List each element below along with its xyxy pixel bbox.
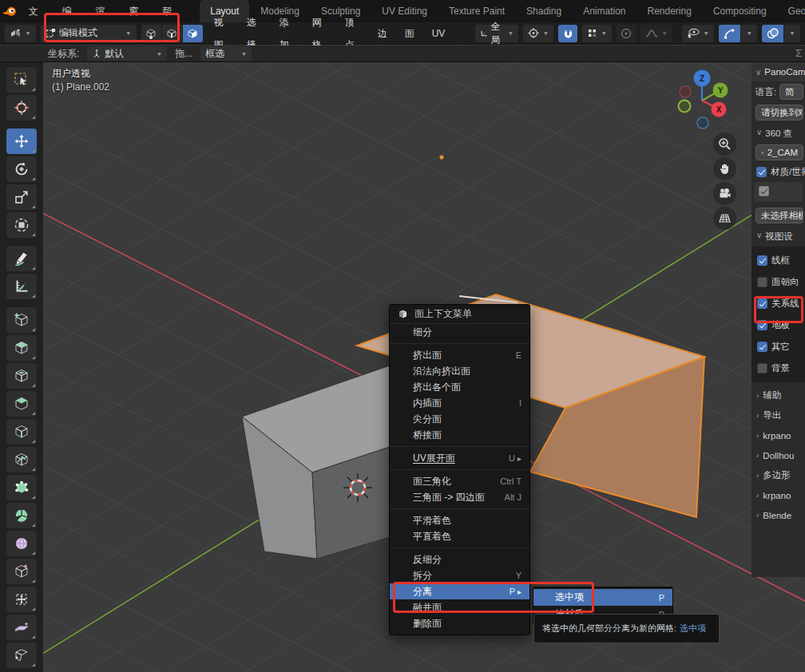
- inset-faces-tool[interactable]: [6, 363, 37, 389]
- add-cube-tool[interactable]: [6, 307, 37, 333]
- annotate-tool[interactable]: [6, 246, 37, 271]
- no-camera-button[interactable]: 未选择相机: [755, 208, 803, 223]
- language-select[interactable]: 简: [779, 84, 803, 100]
- menu-face[interactable]: 面: [399, 22, 421, 45]
- shear-tool[interactable]: [6, 615, 37, 640]
- tab-shading[interactable]: Shading: [516, 0, 572, 22]
- box-select-tool[interactable]: [6, 67, 37, 93]
- proportional-falloff-dropdown[interactable]: ▼: [640, 25, 672, 42]
- rotate-tool[interactable]: [6, 156, 37, 182]
- background-checkbox[interactable]: [757, 363, 767, 374]
- menu-file[interactable]: 文件: [20, 0, 54, 22]
- section-blender[interactable]: ›Blende: [751, 505, 805, 525]
- overlays-dropdown[interactable]: ▼: [784, 25, 800, 42]
- menu-item-poke-faces[interactable]: 尖分面: [390, 411, 529, 427]
- transform-tool[interactable]: [6, 212, 37, 238]
- face-orientation-checkbox[interactable]: [757, 277, 767, 287]
- panel-handle-icon[interactable]: Ʃ: [795, 47, 802, 59]
- scale-tool[interactable]: [6, 184, 37, 210]
- menu-item-inset-faces[interactable]: 内插面I: [390, 395, 529, 411]
- shrink-fatten-tool[interactable]: [6, 587, 37, 612]
- menu-item-dissolve-faces[interactable]: 融并面: [390, 599, 529, 615]
- gizmos-toggle[interactable]: [719, 25, 740, 42]
- face-select-icon[interactable]: [183, 25, 203, 42]
- menu-item-subdivide[interactable]: 细分: [390, 324, 529, 340]
- orientation-dropdown[interactable]: 全局 ▼: [475, 25, 519, 42]
- editor-type-dropdown[interactable]: ▼: [5, 25, 36, 42]
- edge-slide-tool[interactable]: [6, 559, 37, 584]
- overlays-toggle[interactable]: [762, 25, 783, 42]
- snap-toggle[interactable]: [558, 25, 577, 42]
- cursor-tool[interactable]: [6, 95, 37, 121]
- pan-hand-icon[interactable]: [713, 157, 736, 180]
- pivot-point-dropdown[interactable]: ▼: [523, 25, 553, 42]
- menu-help[interactable]: 帮助: [153, 0, 187, 22]
- submenu-item-selection[interactable]: 选中项P: [533, 589, 672, 606]
- tab-rendering[interactable]: Rendering: [637, 0, 702, 22]
- rip-region-tool[interactable]: [6, 642, 37, 668]
- poly-build-tool[interactable]: [6, 475, 37, 500]
- menu-edge[interactable]: 边: [371, 22, 394, 45]
- relationship-lines-checkbox[interactable]: [757, 298, 767, 309]
- menu-item-extrude-individual[interactable]: 挤出各个面: [390, 379, 529, 395]
- camera-select-button[interactable]: 2_CAM: [755, 144, 803, 160]
- snap-with-dropdown[interactable]: ▼: [582, 25, 612, 42]
- menu-item-extrude-faces[interactable]: 挤出面E: [390, 347, 529, 363]
- other-checkbox[interactable]: [757, 342, 767, 352]
- menu-window[interactable]: 窗口: [120, 0, 153, 22]
- extrude-region-tool[interactable]: [6, 335, 37, 361]
- menu-item-split[interactable]: 拆分Y: [390, 567, 529, 583]
- section-360-view[interactable]: ∨ 360 查: [751, 123, 805, 142]
- menu-item-bridge-faces[interactable]: 桥接面: [390, 427, 529, 443]
- section-dollhouse[interactable]: ›Dollhou: [751, 445, 805, 465]
- tab-compositing[interactable]: Compositing: [703, 0, 777, 22]
- menu-item-separate[interactable]: 分离P▸: [390, 583, 529, 599]
- zoom-icon[interactable]: [713, 132, 736, 156]
- smooth-tool[interactable]: [6, 531, 37, 556]
- material-world-checkbox[interactable]: [756, 167, 767, 177]
- menu-edit[interactable]: 编辑: [54, 0, 87, 22]
- section-krpano-2[interactable]: ›krpano: [751, 485, 805, 505]
- show-object-types-dropdown[interactable]: ▼: [682, 25, 714, 42]
- ortho-grid-icon[interactable]: [713, 207, 736, 230]
- select-box-dropdown[interactable]: 框选 ▼: [200, 46, 252, 61]
- tab-geometry-nodes[interactable]: Geometry Nodes: [778, 0, 805, 22]
- section-auxiliary[interactable]: ›辅助: [751, 385, 805, 405]
- section-view-settings[interactable]: ∨ 视图设: [751, 226, 805, 245]
- camera-view-icon[interactable]: [713, 182, 736, 205]
- bevel-tool[interactable]: [6, 391, 37, 417]
- mode-dropdown[interactable]: 编辑模式 ▼: [41, 25, 137, 42]
- panel-header-panocam[interactable]: ∨ PanoCam: [751, 62, 805, 81]
- wireframe-checkbox[interactable]: [757, 255, 767, 266]
- measure-tool[interactable]: [6, 274, 37, 299]
- switch-camera-button[interactable]: 请切换到对: [755, 105, 803, 121]
- blender-logo-icon[interactable]: [0, 0, 20, 22]
- menu-item-shade-flat[interactable]: 平直着色: [390, 528, 529, 544]
- menu-item-unsubdivide[interactable]: 反细分: [390, 551, 529, 567]
- tab-animation[interactable]: Animation: [573, 0, 636, 22]
- menu-item-delete-faces[interactable]: 删除面: [390, 615, 529, 631]
- section-krpano-1[interactable]: ›krpano: [751, 425, 805, 445]
- floor-checkbox[interactable]: [757, 320, 767, 330]
- tab-uv-editing[interactable]: UV Editing: [371, 0, 438, 22]
- move-tool[interactable]: [6, 128, 37, 154]
- menu-item-shade-smooth[interactable]: 平滑着色: [390, 512, 529, 528]
- knife-tool[interactable]: [6, 447, 37, 472]
- section-export[interactable]: ›导出: [751, 405, 805, 425]
- spin-tool[interactable]: [6, 503, 37, 528]
- menu-item-triangulate[interactable]: 面三角化Ctrl T: [390, 473, 529, 489]
- edge-select-icon[interactable]: [162, 25, 182, 42]
- menu-item-tris-to-quads[interactable]: 三角面 -> 四边面Alt J: [390, 489, 529, 505]
- proportional-editing-toggle[interactable]: [617, 25, 636, 42]
- gizmos-dropdown[interactable]: ▼: [741, 25, 757, 42]
- menu-uv[interactable]: UV: [426, 22, 452, 45]
- loop-cut-tool[interactable]: [6, 419, 37, 445]
- menu-render[interactable]: 渲染: [87, 0, 121, 22]
- sub-option-checkbox[interactable]: [759, 186, 769, 196]
- menu-item-extrude-along-normals[interactable]: 沿法向挤出面: [390, 363, 529, 379]
- transform-orientation-dropdown[interactable]: 默认 ▼: [87, 46, 167, 61]
- vertex-select-icon[interactable]: [141, 25, 161, 42]
- navigation-gizmo[interactable]: Z Y X: [668, 64, 748, 144]
- section-polygon[interactable]: ›多边形: [751, 465, 805, 485]
- menu-item-uv-unwrap[interactable]: UV展开面U▸: [390, 450, 529, 466]
